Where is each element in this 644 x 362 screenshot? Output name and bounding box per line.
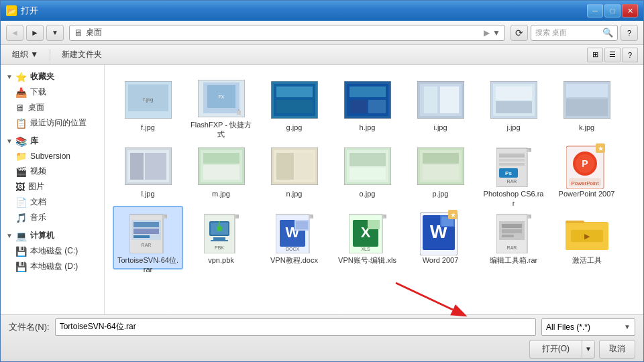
toolbar-separator [50, 49, 50, 61]
up-button[interactable]: ▼ [46, 25, 64, 41]
download-label: 下载 [30, 86, 46, 98]
refresh-button[interactable]: ⟳ [511, 25, 528, 41]
file-thumb-flashfxp: FX [197, 80, 246, 117]
sidebar-item-document[interactable]: 📄 文档 [1, 194, 104, 210]
svg-text:★: ★ [597, 145, 603, 152]
file-item-word2007[interactable]: W ★ Word 2007 [405, 206, 476, 269]
file-item-jjpg[interactable]: j.jpg [478, 73, 549, 137]
file-item-tortoisesvn[interactable]: RAR TortoiseSVN-64位.rar [113, 206, 183, 269]
sidebar-item-recent[interactable]: 📋 最近访问的位置 [1, 115, 104, 131]
search-icon[interactable]: 🔍 [602, 27, 613, 38]
view-list[interactable]: ☰ [604, 48, 621, 62]
file-item-fjpg[interactable]: f.jpg f.jpg [113, 73, 183, 137]
dialog-window: 📂 打开 ─ □ ✕ ◄ ► ▼ 🖥 桌面 ▶ ▼ ⟳ 搜索 桌面 🔍 ? 组织… [0, 0, 644, 362]
maximize-button[interactable]: □ [604, 4, 621, 17]
file-grid: f.jpg f.jpg FX [110, 70, 638, 272]
thumb-svg-ljpg [125, 147, 172, 185]
svg-rect-40 [295, 153, 313, 180]
file-item-ijpg[interactable]: i.jpg [405, 73, 476, 137]
thumb-svg-ojpg [344, 147, 391, 185]
file-item-ljpg[interactable]: l.jpg [113, 139, 183, 203]
svg-rect-80 [211, 240, 228, 241]
picture-icon: 🖼 [15, 182, 25, 192]
file-thumb-ojpg [343, 146, 392, 186]
view-large-icons[interactable]: ⊞ [587, 48, 603, 62]
computer-header[interactable]: ▼ 💻 计算机 [1, 228, 104, 243]
file-item-mjpg[interactable]: m.jpg [186, 139, 256, 203]
favorites-label: 收藏夹 [30, 71, 54, 82]
filetype-select[interactable]: All Files (*.*) ▼ [541, 318, 635, 336]
file-label-njpg: n.jpg [286, 189, 303, 198]
file-item-kjpg[interactable]: k.jpg [551, 73, 622, 137]
close-button[interactable]: ✕ [622, 4, 638, 17]
picture-label: 图片 [28, 181, 44, 192]
computer-arrow: ▼ [6, 232, 13, 239]
thumb-svg-word2007: W ★ [420, 210, 462, 255]
svg-text:XLS: XLS [361, 247, 370, 251]
open-button[interactable]: 打开(O) [529, 340, 582, 359]
thumb-svg-activatetool: ▶ [564, 214, 610, 251]
file-label-edittools-rar: 编辑工具箱.rar [490, 255, 538, 265]
help-button[interactable]: ? [621, 25, 638, 41]
thumb-svg-jjpg [490, 81, 537, 119]
file-label-kjpg: k.jpg [579, 123, 594, 132]
cancel-button[interactable]: 取消 [599, 340, 635, 359]
sidebar-item-download[interactable]: 📥 下载 [1, 84, 104, 100]
filetype-value: All Files (*.*) [546, 322, 624, 332]
file-thumb-njpg [270, 146, 319, 186]
address-dropdown[interactable]: ▼ [492, 28, 500, 38]
address-bar[interactable]: 🖥 桌面 ▶ ▼ [69, 25, 505, 41]
file-label-vpnpbk: vpn.pbk [208, 255, 234, 265]
filetype-dropdown-icon: ▼ [624, 323, 631, 330]
sidebar-item-picture[interactable]: 🖼 图片 [1, 179, 104, 194]
organize-button[interactable]: 组织 ▼ [6, 48, 44, 62]
svg-text:Ps: Ps [505, 170, 512, 176]
library-header[interactable]: ▼ 📚 库 [1, 133, 104, 149]
file-thumb-photoshop-rar: Ps RAR [490, 146, 538, 186]
sidebar-item-music[interactable]: 🎵 音乐 [1, 210, 104, 225]
forward-button[interactable]: ► [26, 25, 44, 41]
file-item-vpnpbk[interactable]: PBK vpn.pbk [186, 206, 256, 269]
search-box: 搜索 桌面 🔍 [531, 25, 618, 41]
file-item-pjpg[interactable]: p.jpg [405, 139, 476, 203]
file-item-photoshop-rar[interactable]: Ps RAR Photoshop CS6.rar [478, 139, 549, 203]
file-item-activate-tool[interactable]: ▶ 激活工具 [551, 206, 622, 269]
file-item-hjpg[interactable]: h.jpg [332, 73, 402, 137]
svg-rect-70 [133, 222, 159, 227]
file-item-njpg[interactable]: n.jpg [259, 139, 329, 203]
file-item-gjpg[interactable]: g.jpg [259, 73, 329, 137]
sidebar-item-disk-d[interactable]: 💾 本地磁盘 (D:) [1, 259, 104, 274]
sidebar-item-subversion[interactable]: 📁 Subversion [1, 149, 104, 164]
new-folder-button[interactable]: 新建文件夹 [56, 48, 108, 62]
svg-rect-16 [350, 100, 367, 113]
address-text: 桌面 [86, 27, 481, 38]
svg-rect-71 [133, 229, 159, 234]
svg-text:DOCX: DOCX [285, 247, 299, 251]
favorites-header[interactable]: ▼ ⭐ 收藏夹 [1, 69, 104, 84]
thumb-svg-vpnxls: X XLS [349, 212, 386, 253]
open-dropdown-button[interactable]: ▼ [582, 340, 595, 359]
file-thumb-kjpg [563, 80, 611, 120]
minimize-button[interactable]: ─ [587, 4, 603, 17]
svg-rect-72 [133, 235, 150, 238]
help-icon-btn[interactable]: ? [622, 48, 638, 62]
thumb-svg-photoshop: Ps RAR [496, 145, 531, 187]
filename-label: 文件名(N): [9, 321, 50, 333]
file-item-flashfxp[interactable]: FX FlashFXP - 快捷方式 [186, 73, 256, 137]
window-icon: 📂 [6, 5, 17, 16]
file-area[interactable]: f.jpg f.jpg FX [105, 65, 643, 314]
file-label-fjpg: f.jpg [141, 123, 155, 132]
file-item-vpndocx[interactable]: W DOCX VPN教程.docx [259, 206, 329, 269]
sidebar-item-desktop[interactable]: 🖥 桌面 [1, 100, 104, 115]
music-label: 音乐 [30, 212, 46, 223]
svg-rect-47 [423, 153, 459, 164]
filename-input[interactable] [55, 318, 536, 336]
file-item-ppt2007[interactable]: P PowerPoint ★ PowerPoint 2007 [551, 139, 622, 203]
file-label-ppt2007: PowerPoint 2007 [559, 189, 615, 198]
file-item-ojpg[interactable]: o.jpg [332, 139, 402, 203]
back-button[interactable]: ◄ [6, 25, 23, 41]
sidebar-item-disk-c[interactable]: 💾 本地磁盘 (C:) [1, 243, 104, 259]
file-item-edittools-rar[interactable]: RAR 编辑工具箱.rar [478, 206, 549, 269]
sidebar-item-video[interactable]: 🎬 视频 [1, 164, 104, 179]
file-item-vpnxls[interactable]: X XLS VPN账号-编辑.xls [332, 206, 402, 269]
